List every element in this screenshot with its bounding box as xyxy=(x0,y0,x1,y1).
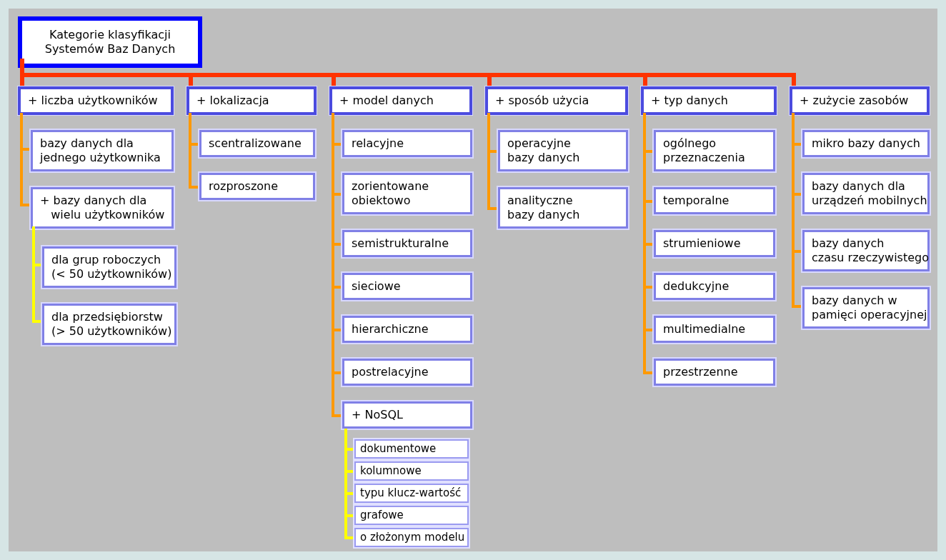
connector xyxy=(643,73,647,87)
connector xyxy=(32,226,35,322)
leaf-node: rozproszone xyxy=(199,173,315,200)
leaf-node: kolumnowe xyxy=(354,461,469,481)
leaf-node: grafowe xyxy=(354,506,469,525)
connector xyxy=(20,204,31,206)
leaf-node: dokumentowe xyxy=(354,439,469,459)
leaf-node: operacyjne bazy danych xyxy=(498,130,628,171)
connector xyxy=(792,113,795,307)
connector xyxy=(20,113,23,206)
connector xyxy=(344,492,354,495)
connector xyxy=(487,207,499,210)
connector xyxy=(332,329,343,331)
leaf-node: bazy danych dla jednego użytkownika xyxy=(31,130,174,171)
connector xyxy=(344,470,354,473)
connector xyxy=(332,243,343,246)
connector xyxy=(189,186,200,189)
connector xyxy=(643,150,654,153)
leaf-node: dla przedsiębiorstw (> 50 użytkowników) xyxy=(42,304,176,345)
leaf-node: relacyjne xyxy=(342,130,472,157)
leaf-node: dedukcyjne xyxy=(654,273,775,300)
leaf-node: semistrukturalne xyxy=(342,230,472,257)
connector xyxy=(643,243,654,246)
leaf-node: bazy danych czasu rzeczywistego xyxy=(802,230,930,271)
leaf-node: analityczne bazy danych xyxy=(498,187,628,229)
connector xyxy=(332,371,343,374)
connector xyxy=(332,286,343,289)
leaf-node: typu klucz-wartość xyxy=(354,484,469,503)
branch-node: + bazy danych dla wielu użytkowników xyxy=(31,187,174,229)
connector xyxy=(643,200,654,203)
connector xyxy=(332,73,336,87)
root-node: Kategorie klasyfikacji Systemów Baz Dany… xyxy=(18,16,202,68)
connector xyxy=(332,414,343,417)
connector xyxy=(792,305,803,308)
leaf-node: postrelacyjne xyxy=(342,359,472,386)
leaf-node: temporalne xyxy=(654,187,775,214)
leaf-node: bazy danych w pamięci operacyjnej xyxy=(802,287,930,329)
leaf-node: sieciowe xyxy=(342,273,472,300)
connector xyxy=(487,73,492,87)
leaf-node: ogólnego przeznaczenia xyxy=(654,130,775,171)
connector xyxy=(32,264,42,266)
leaf-node: scentralizowane xyxy=(199,130,315,157)
leaf-node: o złożonym modelu xyxy=(354,528,469,547)
category-node: + typ danych xyxy=(641,86,777,115)
connector xyxy=(344,429,347,538)
leaf-node: hierarchiczne xyxy=(342,316,472,343)
connector xyxy=(792,73,796,87)
connector xyxy=(189,143,200,146)
leaf-node: zorientowane obiektowo xyxy=(342,173,472,214)
category-node: + sposób użycia xyxy=(485,86,628,115)
connector xyxy=(792,143,803,146)
leaf-node: multimedialne xyxy=(654,316,775,343)
category-node: + lokalizacja xyxy=(186,86,317,115)
connector xyxy=(643,371,654,374)
connector xyxy=(792,250,803,253)
category-node: + liczba użytkowników xyxy=(18,86,174,115)
connector xyxy=(189,113,191,189)
connector xyxy=(344,448,354,451)
connector xyxy=(643,286,654,289)
leaf-node: mikro bazy danych xyxy=(802,130,930,157)
category-node: + zużycie zasobów xyxy=(790,86,930,115)
connector xyxy=(643,329,654,331)
connector xyxy=(20,73,796,77)
leaf-node: bazy danych dla urządzeń mobilnych xyxy=(802,173,930,214)
category-node: + model danych xyxy=(329,86,472,115)
connector xyxy=(344,536,354,539)
connector xyxy=(189,73,193,87)
connector xyxy=(487,113,490,210)
branch-node: + NoSQL xyxy=(342,401,472,429)
connector xyxy=(332,143,343,146)
connector xyxy=(20,148,31,151)
connector xyxy=(792,193,803,196)
connector xyxy=(344,514,354,517)
leaf-node: dla grup roboczych (< 50 użytkowników) xyxy=(42,246,176,288)
connector xyxy=(332,193,343,196)
diagram-canvas: Kategorie klasyfikacji Systemów Baz Dany… xyxy=(9,9,937,551)
connector xyxy=(487,150,499,153)
leaf-node: strumieniowe xyxy=(654,230,775,257)
connector xyxy=(32,320,42,323)
leaf-node: przestrzenne xyxy=(654,359,775,386)
